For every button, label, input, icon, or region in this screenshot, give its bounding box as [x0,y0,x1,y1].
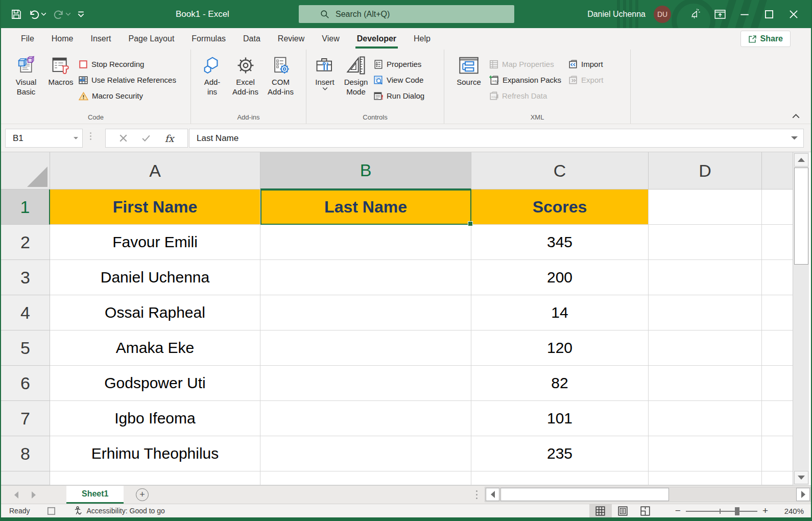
enter-icon[interactable] [142,135,150,141]
expand-formula-bar-icon[interactable] [791,136,798,140]
refresh-data-button[interactable]: <o> Refresh Data [489,89,561,102]
name-box-dropdown-icon[interactable] [74,137,78,140]
map-properties-button[interactable]: Map Properties [489,58,561,70]
cell-stub[interactable] [762,190,794,225]
cell-a5[interactable]: Amaka Eke [50,330,260,366]
scroll-up-button[interactable] [794,153,808,167]
maximize-button[interactable] [757,0,781,28]
import-button[interactable]: Import [568,58,603,70]
cell-stub[interactable] [762,260,794,295]
cell-a3[interactable]: Daniel Uchenna [50,260,260,295]
view-code-button[interactable]: View Code [374,74,424,86]
column-header-c[interactable]: C [471,152,649,190]
macro-record-icon[interactable] [47,507,56,515]
source-button[interactable]: Source [453,54,484,88]
tab-page-layout[interactable]: Page Layout [120,28,183,50]
cell-stub[interactable] [762,330,794,366]
page-break-preview-button[interactable] [634,504,657,518]
row-header-2[interactable]: 2 [1,225,50,260]
row-header-7[interactable]: 7 [1,401,50,436]
vertical-scroll-thumb[interactable] [794,168,808,265]
tab-view[interactable]: View [313,28,348,50]
row-header-9[interactable] [1,471,50,485]
cancel-icon[interactable] [120,134,127,142]
stop-recording-button[interactable]: Stop Recording [79,58,176,70]
share-button[interactable]: Share [741,31,791,47]
cell-stub[interactable] [762,471,794,485]
name-box[interactable]: B1 [5,129,83,148]
ribbon-display-options-button[interactable] [708,0,732,28]
properties-button[interactable]: Properties [374,58,424,70]
minimize-button[interactable] [732,0,757,28]
design-mode-button[interactable]: Design Mode [340,54,372,98]
redo-button[interactable] [53,9,70,19]
scroll-down-button[interactable] [794,471,808,484]
cell-a2[interactable]: Favour Emili [50,225,260,260]
horizontal-scroll-track[interactable] [485,487,811,502]
next-sheet-button[interactable] [32,491,36,499]
horizontal-scrollbar[interactable] [476,486,811,503]
cell-b6[interactable] [260,366,471,401]
tab-data[interactable]: Data [234,28,269,50]
cell-d9[interactable] [649,471,762,485]
sheet-tab-sheet1[interactable]: Sheet1 [66,486,124,504]
cell-c2[interactable]: 345 [471,225,649,260]
cell-a1[interactable]: First Name [50,190,260,225]
previous-sheet-button[interactable] [14,491,18,499]
tab-insert[interactable]: Insert [82,28,120,50]
page-layout-view-button[interactable] [612,504,634,518]
cell-b5[interactable] [260,330,471,366]
cell-stub[interactable] [762,436,794,471]
tab-developer[interactable]: Developer [348,28,405,50]
new-sheet-button[interactable]: + [133,486,151,504]
tab-home[interactable]: Home [43,28,82,50]
cell-c9[interactable] [471,471,649,485]
cell-d2[interactable] [649,225,762,260]
cell-c4[interactable]: 14 [471,295,649,330]
cell-stub[interactable] [762,366,794,401]
cell-b9[interactable] [260,471,471,485]
cell-c7[interactable]: 101 [471,401,649,436]
cell-a7[interactable]: Igbo Ifeoma [50,401,260,436]
com-add-ins-button[interactable]: COM Add-ins [265,54,297,98]
zoom-in-button[interactable]: + [757,505,773,516]
macro-security-button[interactable]: Macro Security [79,89,176,102]
row-header-5[interactable]: 5 [1,330,50,366]
formula-bar-grip[interactable] [90,132,91,140]
export-button[interactable]: Export [568,74,603,86]
avatar[interactable]: DU [654,6,671,23]
cell-stub[interactable] [762,295,794,330]
row-header-4[interactable]: 4 [1,295,50,330]
cell-b1-selected[interactable]: Last Name [260,190,471,225]
collapse-ribbon-button[interactable] [792,114,800,119]
cell-stub[interactable] [762,225,794,260]
cell-c1[interactable]: Scores [471,190,649,225]
row-header-3[interactable]: 3 [1,260,50,295]
vertical-scrollbar[interactable] [793,152,809,485]
cell-c6[interactable]: 82 [471,366,649,401]
add-ins-button[interactable]: Add-ins [198,54,227,98]
accessibility-status[interactable]: Accessibility: Good to go [73,506,164,515]
cell-d8[interactable] [649,436,762,471]
zoom-out-button[interactable]: − [670,505,686,516]
customize-quick-access-toolbar-button[interactable] [78,11,84,17]
scrollbar-resize-grip[interactable] [476,490,477,499]
cell-b4[interactable] [260,295,471,330]
cell-c5[interactable]: 120 [471,330,649,366]
tab-review[interactable]: Review [269,28,313,50]
cell-b7[interactable] [260,401,471,436]
tab-formulas[interactable]: Formulas [183,28,234,50]
save-button[interactable] [11,9,21,19]
scroll-left-button[interactable] [486,488,499,501]
zoom-slider[interactable] [686,504,757,518]
cell-a4[interactable]: Ossai Rapheal [50,295,260,330]
row-header-1[interactable]: 1 [1,190,50,225]
select-all-button[interactable] [1,152,50,190]
cell-d6[interactable] [649,366,762,401]
row-header-6[interactable]: 6 [1,366,50,401]
insert-control-button[interactable]: Insert [312,54,338,91]
cell-d4[interactable] [649,295,762,330]
cell-b8[interactable] [260,436,471,471]
zoom-level[interactable]: 240% [773,507,804,515]
coming-soon-megaphone-icon[interactable] [683,0,708,28]
